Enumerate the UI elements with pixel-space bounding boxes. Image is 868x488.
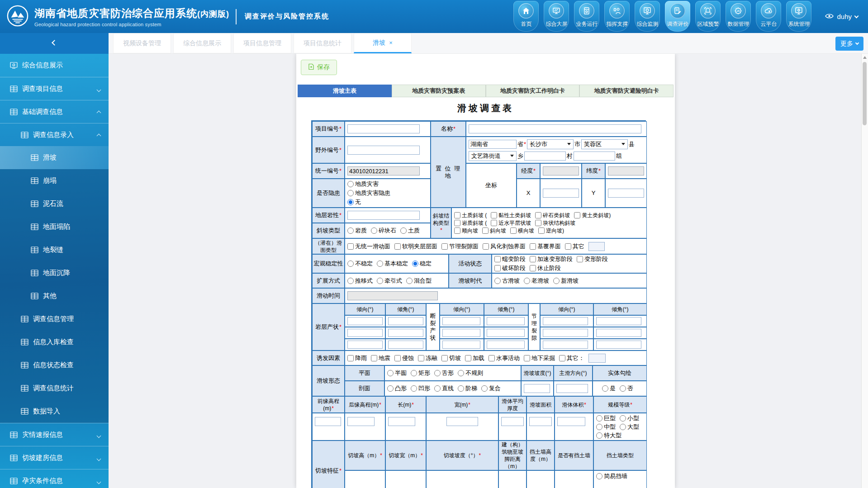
sidebar-item[interactable]: 地裂缝: [0, 238, 109, 261]
vertical-scrollbar[interactable]: [861, 54, 868, 488]
trigger-checkbox[interactable]: [347, 355, 354, 361]
sidebar-item[interactable]: 其他: [0, 284, 109, 308]
ss1-checkbox[interactable]: [535, 212, 541, 218]
checkbox-option[interactable]: 碎石类斜坡: [535, 212, 570, 219]
checkbox-option[interactable]: 黄土类斜坡): [574, 212, 611, 219]
checkbox-option[interactable]: 休止阶段: [530, 264, 561, 272]
nav-item-cloud[interactable]: 云平台: [756, 1, 781, 32]
checkbox-option[interactable]: 软弱夹层层面: [394, 242, 437, 251]
checkbox-option[interactable]: 切坡: [441, 354, 461, 362]
activity-checkbox[interactable]: [530, 265, 536, 271]
radio-option[interactable]: 凹形: [411, 384, 430, 393]
scroll-up-icon[interactable]: [863, 56, 867, 59]
fault-dipangle-input-2[interactable]: [487, 329, 525, 337]
activity-checkbox[interactable]: [530, 256, 536, 262]
radio-option[interactable]: 混合型: [406, 277, 432, 285]
joint-dipangle-input-3[interactable]: [596, 341, 641, 349]
ss1-checkbox[interactable]: [574, 212, 580, 218]
user-menu[interactable]: duhy: [825, 13, 858, 20]
sidebar-item[interactable]: 调查信息管理: [0, 308, 109, 331]
ss2-checkbox[interactable]: [535, 220, 541, 226]
nav-item-business[interactable]: 业务运行: [574, 1, 599, 32]
sketch-radio[interactable]: [602, 385, 608, 392]
radio-option[interactable]: 新滑坡: [553, 277, 579, 285]
radio-option[interactable]: 简易挡墙: [596, 472, 627, 480]
strata-input[interactable]: [347, 211, 420, 220]
trigger-checkbox[interactable]: [441, 355, 448, 361]
village-input[interactable]: [524, 152, 566, 161]
activity-checkbox[interactable]: [494, 265, 501, 271]
radio-option[interactable]: 矩形: [411, 369, 430, 377]
checkbox-option[interactable]: 其它: [565, 242, 584, 251]
tab-info-display[interactable]: 综合信息展示: [173, 33, 231, 53]
rock-dipangle-input-1[interactable]: [388, 317, 423, 325]
sidebar-item[interactable]: 综合信息展示: [0, 54, 109, 77]
radio-option[interactable]: 地质灾害: [347, 180, 379, 188]
rock-dipangle-input-3[interactable]: [388, 341, 423, 349]
fault-dipangle-input-1[interactable]: [487, 317, 525, 325]
checkbox-option[interactable]: 块状结构斜坡: [535, 219, 575, 227]
form-tab-work-card[interactable]: 地质灾害防灾工作明白卡: [486, 85, 580, 97]
form-tab-evade-card[interactable]: 地质灾害防灾避险明白卡: [579, 85, 674, 97]
checkbox-option[interactable]: 地震: [371, 354, 390, 362]
plan-radio[interactable]: [387, 370, 394, 376]
nav-item-command[interactable]: 指挥支撑: [604, 1, 630, 32]
sidebar-item[interactable]: 调查信息统计: [0, 377, 109, 400]
close-icon[interactable]: ×: [389, 39, 393, 46]
sidebar-item[interactable]: 地面塌陷: [0, 215, 109, 238]
checkbox-option[interactable]: 水事活动: [489, 354, 520, 362]
checkbox-option[interactable]: 降雨: [347, 354, 367, 362]
radio-option[interactable]: 阶梯: [458, 384, 477, 393]
sidebar-item[interactable]: 滑坡: [0, 146, 109, 169]
tab-project-stats[interactable]: 项目信息统计: [294, 33, 351, 53]
joint-dipdir-input-2[interactable]: [543, 329, 588, 337]
radio-option[interactable]: 否: [620, 384, 633, 393]
ss3-checkbox[interactable]: [538, 227, 545, 234]
checkbox-option[interactable]: 斜向坡: [482, 227, 506, 235]
slope_type-radio[interactable]: [347, 227, 354, 234]
slip-checkbox[interactable]: [441, 243, 448, 250]
nav-item-data[interactable]: 数据管理: [726, 1, 751, 32]
more-button[interactable]: 更多: [835, 37, 863, 51]
sidebar-collapse-button[interactable]: [0, 33, 109, 54]
checkbox-option[interactable]: 黏性土类斜坡: [491, 212, 531, 219]
radio-option[interactable]: 土质: [400, 227, 420, 235]
nav-item-warning[interactable]: 区域预警: [695, 1, 721, 32]
activity-checkbox[interactable]: [577, 256, 583, 262]
joint-dipdir-input-1[interactable]: [543, 317, 588, 325]
checkbox-option[interactable]: 近水平层状坡: [491, 219, 531, 227]
era-radio[interactable]: [553, 278, 560, 284]
front-elev-input[interactable]: [315, 417, 341, 426]
checkbox-option[interactable]: 冻融: [418, 354, 437, 362]
radio-option[interactable]: 岩质: [347, 227, 367, 235]
fault-dipdir-input-3[interactable]: [442, 341, 480, 349]
sidebar-item[interactable]: 崩塌: [0, 169, 109, 192]
fault-dipdir-input-2[interactable]: [442, 329, 480, 337]
checkbox-option[interactable]: 横向坡: [510, 227, 534, 235]
province-input[interactable]: [469, 140, 517, 149]
checkbox-option[interactable]: 其它：: [559, 354, 584, 362]
expand-radio[interactable]: [347, 278, 354, 284]
ss3-checkbox[interactable]: [510, 227, 517, 234]
profile-radio[interactable]: [458, 385, 464, 392]
joint-dipangle-input-1[interactable]: [596, 317, 641, 325]
joint-dipangle-input-2[interactable]: [596, 329, 641, 337]
trigger-checkbox[interactable]: [524, 355, 530, 361]
main-dir-input[interactable]: [556, 384, 588, 393]
checkbox-option[interactable]: 加载: [465, 354, 484, 362]
radio-option[interactable]: 小型: [620, 414, 639, 422]
radio-option[interactable]: 舌形: [434, 369, 454, 377]
sketch-radio[interactable]: [620, 385, 626, 392]
checkbox-option[interactable]: 节理裂隙面: [441, 242, 479, 251]
county-select[interactable]: 芙蓉区: [581, 139, 628, 149]
trigger-checkbox[interactable]: [559, 355, 565, 361]
volume-input[interactable]: [557, 417, 585, 426]
slope_type-radio[interactable]: [371, 227, 377, 234]
plan-radio[interactable]: [458, 370, 464, 376]
width-input[interactable]: [446, 417, 478, 426]
ss1-checkbox[interactable]: [454, 212, 460, 218]
radio-option[interactable]: 古滑坡: [494, 277, 520, 285]
sidebar-item[interactable]: 信息状态检查: [0, 354, 109, 377]
sidebar-item[interactable]: 地面沉降: [0, 261, 109, 284]
scale-radio[interactable]: [596, 432, 602, 439]
